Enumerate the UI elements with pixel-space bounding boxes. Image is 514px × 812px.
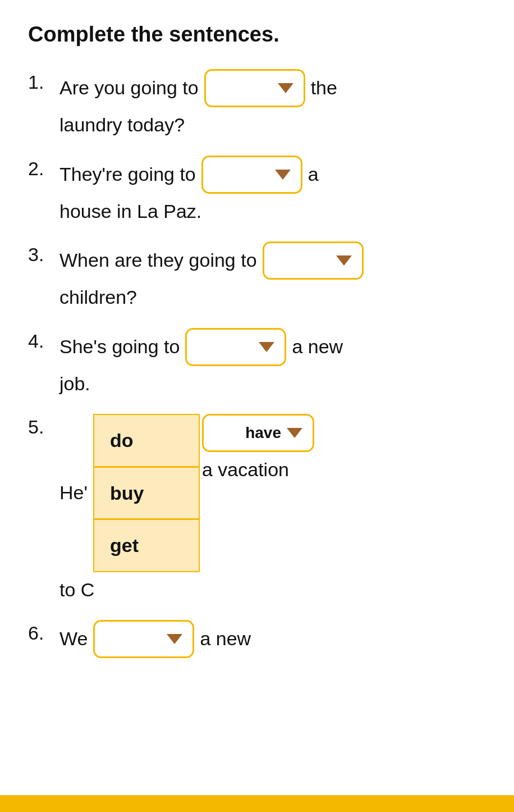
dropdown-arrow-6 [167,634,182,644]
sentence-continuation-2: house in La Paz. [59,198,486,225]
dropdown-arrow-5 [287,428,302,438]
sentence-number-4: 4. [28,328,51,352]
bottom-bar [0,795,514,812]
dropdown-arrow-2 [275,170,291,180]
sentence-line-4: She's going to a new [59,328,486,366]
dropdown-arrow-3 [336,256,352,266]
sentence-text-6-before: We [59,626,88,653]
sentence-number-1: 1. [28,69,51,93]
sentence-number-3: 3. [28,241,51,266]
page-container: Complete the sentences. 1. Are you going… [0,0,514,658]
dropdown-4[interactable] [185,328,286,366]
sentence-line-1: Are you going to the [59,69,486,107]
dropdown-option-buy[interactable]: buy [93,467,200,519]
dropdown-5[interactable]: have [202,414,314,452]
sentence-wrap-1: Are you going to the laundry today? [59,69,486,139]
sentences-list: 1. Are you going to the laundry today? 2… [28,69,486,658]
sentence-text-2-before: They're going to [59,161,196,188]
sentence-number-5: 5. [28,414,51,438]
sentence-continuation-5: to C [59,577,486,604]
dropdown-5-area: do buy get [93,414,314,572]
dropdown-5-menu: do buy get [93,414,200,572]
sentence-item-5: 5. He' do [28,414,486,603]
sentence-item-6: 6. We a new [28,620,486,658]
sentence-wrap-6: We a new [59,620,486,658]
sentence-line-5: He' do buy [59,414,486,572]
dropdown-option-do[interactable]: do [93,414,200,466]
sentence-text-6-after: a new [200,626,251,653]
dropdown-arrow-1 [278,83,293,93]
sentence-text-4-after: a new [292,334,343,361]
sentence-text-4-before: She's going to [59,334,180,361]
sentence-line-3: When are they going to [59,241,486,280]
sentence-text-1-after: the [311,75,337,102]
sentence-text-1-before: Are you going to [59,75,199,102]
sentence-continuation-1: laundry today? [59,112,486,139]
sentence-wrap-4: She's going to a new job. [59,328,486,398]
sentence-item-1: 1. Are you going to the laundry today? [28,69,486,139]
sentence-wrap-2: They're going to a house in La Paz. [59,156,486,225]
dropdown-6[interactable] [93,620,194,658]
sentence-text-2-after: a [308,161,319,188]
sentence-text-5-before: He' [59,480,88,507]
sentence-number-6: 6. [28,620,51,644]
sentence-continuation-3: children? [59,284,486,311]
sentence-wrap-5: He' do buy [59,414,486,603]
sentence-item-4: 4. She's going to a new job. [28,328,486,398]
sentence-line-6: We a new [59,620,486,658]
sentence-line-2: They're going to a [59,156,486,194]
dropdown-arrow-4 [259,342,274,352]
dropdown-2[interactable] [201,156,302,194]
dropdown-3[interactable] [263,241,364,280]
page-title: Complete the sentences. [28,22,486,47]
dropdown-5-selected-text: have [245,421,281,446]
sentence-text-5-after: a vacation [202,457,314,483]
sentence-wrap-3: When are they going to children? [59,241,486,311]
sentence-continuation-4: job. [59,371,486,398]
sentence-item-2: 2. They're going to a house in La Paz. [28,156,486,225]
dropdown-1[interactable] [204,69,305,107]
dropdown-option-get[interactable]: get [93,519,200,572]
sentence-item-3: 3. When are they going to children? [28,241,486,311]
sentence-number-2: 2. [28,156,51,180]
sentence-text-3-before: When are they going to [59,247,257,274]
